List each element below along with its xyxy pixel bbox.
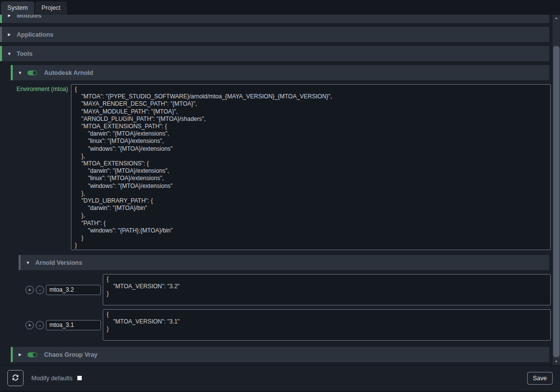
section-header-modules[interactable]: ▶ Modules [0, 15, 549, 23]
footer-bar: Modify defaults Save [0, 365, 560, 391]
section-header-applications[interactable]: ▶ Applications [0, 27, 549, 42]
toggle-knob-icon [33, 353, 37, 357]
modify-defaults-label: Modify defaults [31, 375, 72, 382]
version-key-input[interactable] [46, 285, 101, 295]
environment-label: Environment (mtoa) [0, 84, 71, 92]
section-header-autodesk-arnold[interactable]: ▼ Autodesk Arnold [11, 65, 549, 80]
refresh-icon [11, 373, 20, 383]
scroll-down-arrow-icon[interactable]: ▼ [553, 358, 560, 365]
chevron-down-icon: ▼ [21, 260, 35, 265]
section-label: Applications [17, 31, 53, 38]
section-label: Tools [17, 50, 32, 57]
vray-enabled-toggle[interactable] [27, 352, 37, 357]
chevron-right-icon: ▶ [13, 352, 27, 357]
section-label: Arnold Versions [35, 259, 82, 266]
refresh-button[interactable] [7, 370, 23, 386]
section-header-tools[interactable]: ▼ Tools [0, 46, 549, 61]
version-row: + - { "MTOA_VERSION": "3.1" } [25, 309, 551, 341]
version-row: + - { "MTOA_VERSION": "3.2" } [25, 274, 551, 305]
version-json-textarea[interactable]: { "MTOA_VERSION": "3.2" } [103, 274, 551, 305]
toggle-knob-icon [33, 71, 37, 75]
chevron-down-icon: ▼ [13, 70, 27, 75]
section-header-chaos-group-vray[interactable]: ▶ Chaos Group Vray [11, 347, 549, 362]
section-header-arnold-versions[interactable]: ▼ Arnold Versions [19, 255, 549, 270]
tab-system[interactable]: System [1, 1, 34, 15]
tab-project[interactable]: Project [35, 1, 67, 15]
save-button[interactable]: Save [527, 372, 553, 385]
chevron-right-icon: ▶ [2, 15, 17, 18]
scrollbar-thumb[interactable] [553, 46, 560, 357]
remove-version-button[interactable]: - [36, 286, 44, 294]
environment-row: Environment (mtoa) { "MTOA": "{PYPE_STUD… [0, 84, 551, 250]
version-key-input[interactable] [46, 320, 101, 330]
settings-scroll-area: ▶ Modules ▶ Applications ▼ Tools ▼ Autod… [0, 15, 553, 365]
add-version-button[interactable]: + [25, 286, 34, 294]
tab-bar: System Project [0, 0, 560, 15]
modify-defaults-checkbox[interactable] [77, 376, 82, 380]
version-row-controls: + - [25, 285, 103, 295]
arnold-enabled-toggle[interactable] [27, 70, 37, 75]
section-label: Chaos Group Vray [44, 351, 97, 358]
chevron-down-icon: ▼ [2, 51, 17, 56]
add-version-button[interactable]: + [25, 321, 34, 329]
version-row-controls: + - [25, 320, 103, 330]
section-label: Modules [17, 15, 42, 19]
scroll-up-arrow-icon[interactable]: ▲ [553, 15, 560, 22]
chevron-right-icon: ▶ [2, 32, 17, 37]
version-json-textarea[interactable]: { "MTOA_VERSION": "3.1" } [103, 309, 551, 341]
environment-json-textarea[interactable]: { "MTOA": "{PYPE_STUDIO_SOFTWARE}/arnold… [71, 84, 551, 250]
section-label: Autodesk Arnold [44, 69, 93, 76]
remove-version-button[interactable]: - [36, 321, 44, 329]
vertical-scrollbar[interactable]: ▲ ▼ [553, 15, 560, 365]
